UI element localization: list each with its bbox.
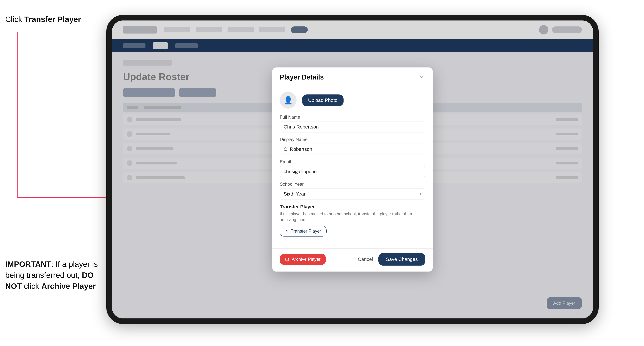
player-details-modal: Player Details × 👤 Upload Photo Full Nam…	[272, 67, 433, 272]
modal-body: 👤 Upload Photo Full Name Display Name Em…	[272, 86, 433, 248]
instruction-top: Click Transfer Player	[5, 15, 81, 24]
archive-icon: ⏻	[285, 257, 290, 262]
display-name-group: Display Name	[280, 137, 425, 155]
full-name-group: Full Name	[280, 115, 425, 132]
full-name-label: Full Name	[280, 115, 425, 120]
avatar-placeholder: 👤	[280, 92, 296, 109]
transfer-btn-label: Transfer Player	[291, 228, 321, 234]
archive-player-label: Archive Player	[42, 282, 96, 291]
modal-header: Player Details ×	[272, 67, 433, 86]
instruction-suffix2: click	[22, 282, 42, 291]
display-name-input[interactable]	[280, 144, 425, 155]
full-name-input[interactable]	[280, 121, 425, 132]
transfer-player-section: Transfer Player If this player has moved…	[280, 204, 425, 236]
important-label: IMPORTANT	[5, 260, 51, 269]
display-name-label: Display Name	[280, 137, 425, 142]
archive-player-button[interactable]: ⏻ Archive Player	[280, 254, 326, 265]
school-year-select-wrapper: First Year Second Year Third Year Fourth…	[280, 188, 425, 199]
modal-close-button[interactable]: ×	[418, 74, 425, 81]
school-year-label: School Year	[280, 181, 425, 187]
school-year-group: School Year First Year Second Year Third…	[280, 181, 425, 199]
instruction-bold: Transfer Player	[24, 15, 81, 24]
email-group: Email	[280, 159, 425, 177]
tablet-frame: Update Roster	[106, 15, 599, 324]
tablet-screen: Update Roster	[112, 20, 593, 319]
transfer-section-label: Transfer Player	[280, 204, 425, 210]
modal-footer: ⏻ Archive Player Cancel Save Changes	[272, 248, 433, 272]
email-label: Email	[280, 159, 425, 165]
user-icon: 👤	[284, 96, 293, 105]
archive-btn-label: Archive Player	[292, 257, 320, 262]
save-changes-button[interactable]: Save Changes	[378, 253, 425, 266]
upload-photo-button[interactable]: Upload Photo	[302, 94, 344, 106]
modal-title: Player Details	[280, 73, 324, 81]
instruction-bottom: IMPORTANT: If a player is being transfer…	[5, 259, 102, 292]
transfer-description: If this player has moved to another scho…	[280, 211, 425, 223]
transfer-player-button[interactable]: ↻ Transfer Player	[280, 226, 326, 236]
school-year-select[interactable]: First Year Second Year Third Year Fourth…	[280, 188, 425, 199]
transfer-icon: ↻	[285, 229, 288, 233]
email-input[interactable]	[280, 166, 425, 177]
avatar-row: 👤 Upload Photo	[280, 92, 425, 109]
cancel-button[interactable]: Cancel	[358, 256, 373, 262]
instruction-prefix: Click	[5, 15, 24, 24]
footer-right: Cancel Save Changes	[358, 253, 426, 266]
